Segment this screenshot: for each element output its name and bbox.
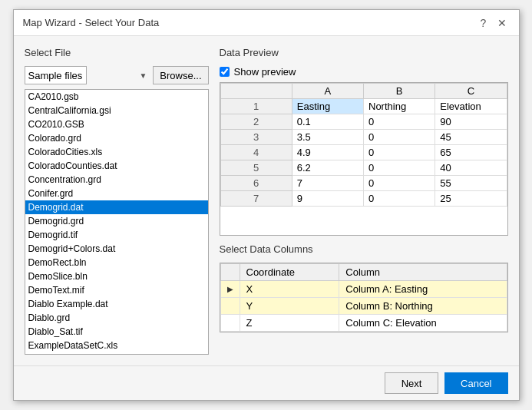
list-item[interactable]: Golden.grd: [25, 352, 208, 355]
title-bar: Map Wizard - Select Your Data ? ✕: [14, 10, 519, 36]
col-header-b: B: [364, 84, 435, 99]
cancel-button[interactable]: Cancel: [444, 372, 507, 394]
list-item[interactable]: ExampleDataSetC.xls: [25, 339, 208, 352]
row-arrow-icon: ▶: [220, 281, 240, 298]
show-preview-label[interactable]: Show preview: [234, 66, 296, 78]
show-preview-row: Show preview: [220, 66, 508, 78]
list-item[interactable]: DemoRect.bln: [25, 256, 208, 269]
data-preview-section: Data Preview Show preview A B C: [220, 47, 508, 236]
row-number: 2: [220, 114, 292, 130]
cell-a: 9: [292, 191, 363, 207]
dropdown-arrow-icon: ▼: [139, 71, 147, 80]
dropdown-wrapper: Sample files ▼: [25, 66, 150, 84]
col-select-row[interactable]: ZColumn C: Elevation: [220, 315, 507, 332]
table-row: 33.5045: [220, 130, 507, 145]
data-table-wrapper: A B C 1EastingNorthingElevation20.109033…: [220, 82, 508, 236]
col-cell: Column A: Easting: [339, 281, 507, 298]
list-item[interactable]: CA2010.gsb: [25, 90, 208, 104]
list-item[interactable]: Diablo Example.dat: [25, 297, 208, 311]
row-number: 4: [220, 145, 292, 160]
coord-cell: X: [240, 281, 339, 298]
cell-b: Northing: [364, 99, 435, 114]
table-row: 44.9065: [220, 145, 507, 160]
title-buttons: ? ✕: [476, 15, 510, 31]
row-number: 5: [220, 160, 292, 176]
cell-b: 0: [364, 191, 435, 207]
col-cell: Column B: Northing: [339, 298, 507, 315]
list-item[interactable]: DemoText.mif: [25, 283, 208, 297]
cell-c: 90: [435, 114, 507, 130]
cell-a: 0.1: [292, 114, 363, 130]
cell-a: Easting: [292, 99, 363, 114]
list-item[interactable]: Demogrid.dat: [25, 200, 208, 214]
sample-files-dropdown[interactable]: Sample files: [25, 66, 87, 84]
select-file-label: Select File: [25, 47, 209, 58]
col-select-row[interactable]: YColumn B: Northing: [220, 298, 507, 315]
row-number: 6: [220, 176, 292, 191]
col-coordinate-header: Coordinate: [240, 264, 339, 281]
col-header-c: C: [435, 84, 507, 99]
list-item[interactable]: Demogrid+Colors.dat: [25, 242, 208, 256]
footer: Next Cancel: [14, 365, 519, 400]
col-cell: Column C: Elevation: [339, 315, 507, 332]
row-arrow-icon: [220, 298, 240, 315]
col-select-table-wrapper: Coordinate Column ▶XColumn A: EastingYCo…: [220, 263, 508, 332]
file-select-row: Sample files ▼ Browse...: [25, 66, 209, 84]
show-preview-checkbox[interactable]: [220, 67, 230, 77]
list-item[interactable]: Concentration.grd: [25, 173, 208, 187]
list-item[interactable]: Colorado.grd: [25, 131, 208, 145]
cell-a: 7: [292, 176, 363, 191]
table-row: 79025: [220, 191, 507, 207]
col-select-table: Coordinate Column ▶XColumn A: EastingYCo…: [220, 263, 507, 332]
row-arrow-icon: [220, 315, 240, 332]
table-row: 20.1090: [220, 114, 507, 130]
col-arrow-header: [220, 264, 240, 281]
data-preview-label: Data Preview: [220, 47, 508, 58]
cell-a: 3.5: [292, 130, 363, 145]
next-button[interactable]: Next: [385, 372, 438, 394]
browse-button[interactable]: Browse...: [153, 66, 208, 84]
list-item[interactable]: Demogrid.grd: [25, 214, 208, 228]
list-item[interactable]: Diablo_Sat.tif: [25, 325, 208, 339]
row-number: 7: [220, 191, 292, 207]
col-select-header-row: Coordinate Column: [220, 264, 507, 281]
list-item[interactable]: DemoSlice.bln: [25, 269, 208, 283]
cell-c: 25: [435, 191, 507, 207]
row-number: 3: [220, 130, 292, 145]
list-item[interactable]: CO2010.GSB: [25, 117, 208, 131]
table-row: 67055: [220, 176, 507, 191]
left-panel: Select File Sample files ▼ Browse... CA2…: [25, 47, 209, 355]
list-item[interactable]: ColoradoCities.xls: [25, 145, 208, 159]
col-select-section: Select Data Columns Coordinate Column ▶X…: [220, 243, 508, 332]
cell-c: Elevation: [435, 99, 507, 114]
cell-c: 45: [435, 130, 507, 145]
right-panel: Data Preview Show preview A B C: [220, 47, 508, 355]
row-number: 1: [220, 99, 292, 114]
list-item[interactable]: ColoradoCounties.dat: [25, 159, 208, 173]
col-header-a: A: [292, 84, 363, 99]
dialog-title: Map Wizard - Select Your Data: [23, 17, 160, 28]
data-table: A B C 1EastingNorthingElevation20.109033…: [220, 83, 507, 207]
list-item[interactable]: Conifer.grd: [25, 187, 208, 200]
cell-c: 40: [435, 160, 507, 176]
help-button[interactable]: ?: [476, 15, 491, 31]
list-item[interactable]: Diablo.grd: [25, 311, 208, 325]
cell-b: 0: [364, 176, 435, 191]
table-row: 1EastingNorthingElevation: [220, 99, 507, 114]
file-list[interactable]: CA2010.gsbCentralCalifornia.gsiCO2010.GS…: [25, 89, 209, 355]
list-item[interactable]: CentralCalifornia.gsi: [25, 104, 208, 117]
cell-b: 0: [364, 130, 435, 145]
cell-b: 0: [364, 114, 435, 130]
col-select-label: Select Data Columns: [220, 243, 508, 255]
col-select-row[interactable]: ▶XColumn A: Easting: [220, 281, 507, 298]
list-item[interactable]: Demogrid.tif: [25, 228, 208, 242]
table-header-row: A B C: [220, 84, 507, 99]
cell-b: 0: [364, 160, 435, 176]
table-row: 56.2040: [220, 160, 507, 176]
cell-c: 55: [435, 176, 507, 191]
col-header-empty: [220, 84, 292, 99]
coord-cell: Z: [240, 315, 339, 332]
cell-c: 65: [435, 145, 507, 160]
close-button[interactable]: ✕: [494, 15, 510, 31]
dialog: Map Wizard - Select Your Data ? ✕ Select…: [13, 9, 520, 401]
